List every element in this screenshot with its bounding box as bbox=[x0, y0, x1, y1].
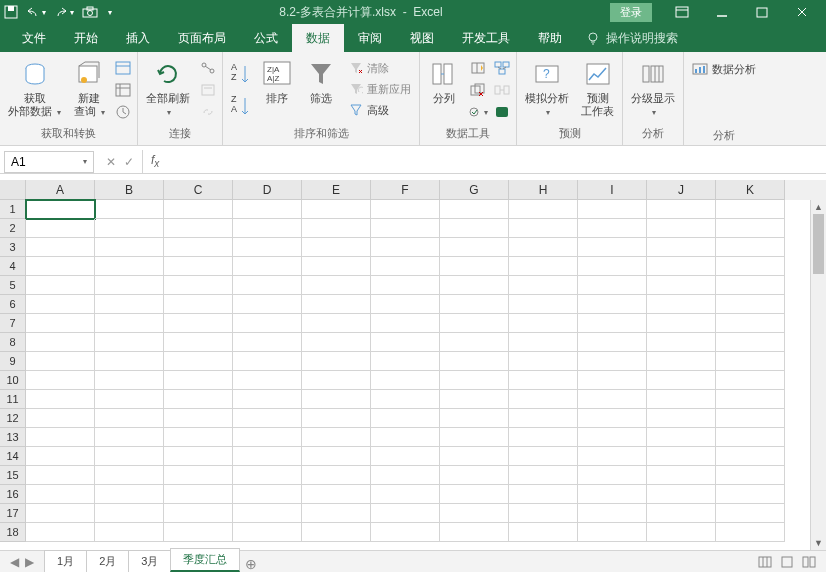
cell[interactable] bbox=[716, 314, 785, 333]
cell[interactable] bbox=[716, 504, 785, 523]
name-box[interactable]: A1▾ bbox=[4, 151, 94, 173]
show-queries-icon[interactable] bbox=[113, 58, 133, 78]
cell[interactable] bbox=[647, 504, 716, 523]
cell[interactable] bbox=[302, 523, 371, 542]
cell[interactable] bbox=[647, 409, 716, 428]
row-header[interactable]: 5 bbox=[0, 276, 26, 295]
cell[interactable] bbox=[233, 466, 302, 485]
cell[interactable] bbox=[164, 409, 233, 428]
cell[interactable] bbox=[371, 238, 440, 257]
new-query-button[interactable]: 新建查询 ▾ bbox=[69, 56, 109, 121]
enter-icon[interactable]: ✓ bbox=[124, 155, 134, 169]
cell[interactable] bbox=[440, 352, 509, 371]
cell[interactable] bbox=[233, 485, 302, 504]
cell[interactable] bbox=[647, 371, 716, 390]
cell[interactable] bbox=[371, 485, 440, 504]
cell[interactable] bbox=[95, 200, 164, 219]
cell[interactable] bbox=[509, 371, 578, 390]
fx-icon[interactable]: fx bbox=[143, 153, 167, 169]
data-validation-icon[interactable]: ▾ bbox=[468, 102, 488, 122]
cell[interactable] bbox=[440, 219, 509, 238]
cell[interactable] bbox=[647, 485, 716, 504]
clear-filter-button[interactable]: 清除 bbox=[345, 58, 415, 78]
cell[interactable] bbox=[233, 200, 302, 219]
cell[interactable] bbox=[440, 200, 509, 219]
col-header[interactable]: H bbox=[509, 180, 578, 200]
cell[interactable] bbox=[371, 200, 440, 219]
sort-desc-icon[interactable]: ZA bbox=[227, 90, 253, 122]
cell[interactable] bbox=[95, 219, 164, 238]
cell[interactable] bbox=[578, 352, 647, 371]
advanced-filter-button[interactable]: 高级 bbox=[345, 100, 415, 120]
cell[interactable] bbox=[647, 219, 716, 238]
cell[interactable] bbox=[233, 295, 302, 314]
row-header[interactable]: 14 bbox=[0, 447, 26, 466]
cell[interactable] bbox=[578, 333, 647, 352]
cell[interactable] bbox=[509, 466, 578, 485]
row-header[interactable]: 8 bbox=[0, 333, 26, 352]
undo-icon[interactable]: ▾ bbox=[26, 6, 46, 18]
cell[interactable] bbox=[371, 295, 440, 314]
sheet-tab-3[interactable]: 3月 bbox=[128, 550, 171, 572]
scroll-down-icon[interactable]: ▼ bbox=[811, 536, 826, 550]
col-header[interactable]: D bbox=[233, 180, 302, 200]
get-external-data-button[interactable]: 获取外部数据 ▾ bbox=[4, 56, 65, 121]
formula-input[interactable] bbox=[167, 151, 826, 173]
cell[interactable] bbox=[233, 257, 302, 276]
cell[interactable] bbox=[578, 238, 647, 257]
cell[interactable] bbox=[647, 238, 716, 257]
what-if-button[interactable]: ? 模拟分析▾ bbox=[521, 56, 573, 121]
cell[interactable] bbox=[95, 371, 164, 390]
cell[interactable] bbox=[509, 409, 578, 428]
tab-file[interactable]: 文件 bbox=[8, 24, 60, 52]
cell[interactable] bbox=[95, 428, 164, 447]
row-header[interactable]: 3 bbox=[0, 238, 26, 257]
cell[interactable] bbox=[647, 523, 716, 542]
close-icon[interactable] bbox=[782, 0, 822, 24]
tab-view[interactable]: 视图 bbox=[396, 24, 448, 52]
cell[interactable] bbox=[647, 257, 716, 276]
cell[interactable] bbox=[647, 200, 716, 219]
cell[interactable] bbox=[233, 523, 302, 542]
tab-pagelayout[interactable]: 页面布局 bbox=[164, 24, 240, 52]
cell[interactable] bbox=[578, 295, 647, 314]
cell[interactable] bbox=[509, 219, 578, 238]
cell[interactable] bbox=[95, 352, 164, 371]
cell[interactable] bbox=[95, 295, 164, 314]
tab-help[interactable]: 帮助 bbox=[524, 24, 576, 52]
cell[interactable] bbox=[26, 257, 95, 276]
row-header[interactable]: 9 bbox=[0, 352, 26, 371]
cell[interactable] bbox=[164, 333, 233, 352]
row-header[interactable]: 15 bbox=[0, 466, 26, 485]
cell[interactable] bbox=[26, 485, 95, 504]
cell[interactable] bbox=[440, 314, 509, 333]
cell[interactable] bbox=[371, 523, 440, 542]
cell[interactable] bbox=[95, 466, 164, 485]
sheet-tab-2[interactable]: 2月 bbox=[86, 550, 129, 572]
cell[interactable] bbox=[164, 276, 233, 295]
data-analysis-button[interactable]: 数据分析 bbox=[688, 56, 760, 82]
cell[interactable] bbox=[302, 314, 371, 333]
camera-icon[interactable] bbox=[82, 6, 98, 18]
cell[interactable] bbox=[578, 200, 647, 219]
cell[interactable] bbox=[716, 238, 785, 257]
properties-icon[interactable] bbox=[198, 80, 218, 100]
row-header[interactable]: 12 bbox=[0, 409, 26, 428]
cell[interactable] bbox=[440, 276, 509, 295]
connections-icon[interactable] bbox=[198, 58, 218, 78]
cell[interactable] bbox=[509, 352, 578, 371]
col-header[interactable]: E bbox=[302, 180, 371, 200]
row-header[interactable]: 10 bbox=[0, 371, 26, 390]
cell[interactable] bbox=[647, 352, 716, 371]
cell[interactable] bbox=[578, 523, 647, 542]
cell[interactable] bbox=[647, 314, 716, 333]
cell[interactable] bbox=[440, 485, 509, 504]
cell[interactable] bbox=[440, 428, 509, 447]
tell-me-search[interactable]: 操作说明搜索 bbox=[586, 30, 678, 47]
cell[interactable] bbox=[716, 276, 785, 295]
cell[interactable] bbox=[509, 523, 578, 542]
cell[interactable] bbox=[233, 238, 302, 257]
cell[interactable] bbox=[302, 333, 371, 352]
cell[interactable] bbox=[509, 238, 578, 257]
cell[interactable] bbox=[95, 276, 164, 295]
